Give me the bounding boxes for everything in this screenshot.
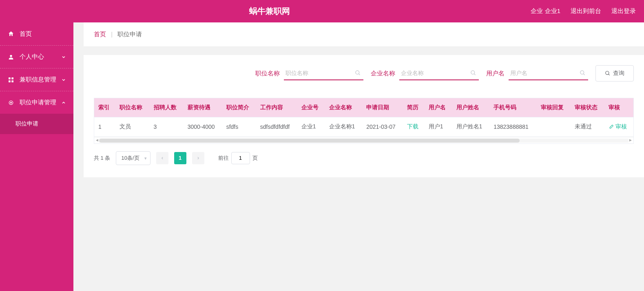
search-icon bbox=[470, 70, 476, 76]
cell-apply-date: 2021-03-07 bbox=[362, 117, 403, 137]
search-input-company[interactable] bbox=[399, 66, 479, 79]
sidebar: 首页 个人中心 兼职信息管理 职位申请管理 bbox=[0, 22, 73, 291]
col-position-name: 职位名称 bbox=[115, 98, 149, 117]
svg-point-9 bbox=[471, 71, 475, 74]
cell-company-no: 企业1 bbox=[297, 117, 325, 137]
svg-rect-1 bbox=[9, 77, 11, 79]
col-apply-date: 申请日期 bbox=[362, 98, 403, 117]
download-link[interactable]: 下载 bbox=[407, 123, 418, 130]
table-header-row: 索引 职位名称 招聘人数 薪资待遇 职位简介 工作内容 企业号 企业名称 申请日… bbox=[94, 98, 633, 117]
cell-review-status: 未通过 bbox=[571, 117, 604, 137]
page-size-select[interactable]: 10条/页 ▾ bbox=[116, 151, 150, 165]
cell-content: sdfsdfdfdfdf bbox=[256, 117, 297, 137]
svg-line-12 bbox=[583, 74, 584, 75]
col-review-status: 审核状态 bbox=[571, 98, 604, 117]
scroll-left-icon: ◄ bbox=[95, 138, 99, 142]
cell-username: 用户1 bbox=[425, 117, 452, 137]
horizontal-scrollbar[interactable]: ◄ ► bbox=[94, 137, 633, 143]
table-row[interactable]: 1 文员 3 3000-4000 sfdfs sdfsdfdfdfdf 企业1 … bbox=[94, 117, 633, 137]
sidebar-item-label: 兼职信息管理 bbox=[20, 76, 56, 84]
user-icon bbox=[7, 53, 15, 61]
edit-icon bbox=[609, 124, 614, 130]
search-group-position: 职位名称 bbox=[255, 66, 363, 80]
page-number[interactable]: 1 bbox=[174, 152, 186, 164]
cell-headcount: 3 bbox=[150, 117, 184, 137]
scroll-thumb[interactable] bbox=[99, 139, 520, 143]
svg-line-14 bbox=[609, 74, 610, 75]
col-company-name: 企业名称 bbox=[325, 98, 363, 117]
app-title: 蜗牛兼职网 bbox=[8, 6, 531, 17]
svg-line-10 bbox=[474, 74, 475, 75]
chevron-down-icon bbox=[61, 55, 66, 60]
col-resume: 简历 bbox=[403, 98, 424, 117]
page-jump-input[interactable] bbox=[231, 152, 250, 164]
gear-icon bbox=[7, 99, 15, 106]
col-headcount: 招聘人数 bbox=[150, 98, 184, 117]
page-jump-prefix: 前往 bbox=[218, 154, 229, 162]
sidebar-item-parttime-manage[interactable]: 兼职信息管理 bbox=[0, 68, 73, 91]
cell-salary: 3000-4000 bbox=[184, 117, 222, 137]
query-button-label: 查询 bbox=[613, 70, 624, 77]
grid-icon bbox=[7, 76, 15, 84]
sidebar-item-label: 首页 bbox=[20, 30, 32, 38]
prev-page-button[interactable] bbox=[156, 152, 168, 164]
svg-rect-2 bbox=[11, 77, 13, 79]
search-bar: 职位名称 企业名称 bbox=[94, 65, 634, 82]
top-header: 蜗牛兼职网 企业 企业1 退出到前台 退出登录 bbox=[0, 0, 644, 22]
logout-front-link[interactable]: 退出到前台 bbox=[571, 7, 601, 15]
search-label: 职位名称 bbox=[255, 70, 280, 77]
search-icon bbox=[355, 70, 361, 76]
scroll-right-icon: ► bbox=[629, 138, 633, 142]
breadcrumb-separator: | bbox=[111, 31, 113, 37]
search-label: 企业名称 bbox=[371, 70, 395, 77]
cell-review-action: 审核 bbox=[604, 117, 633, 137]
svg-rect-4 bbox=[11, 80, 13, 82]
search-group-username: 用户名 bbox=[486, 66, 588, 80]
search-icon bbox=[605, 71, 611, 76]
col-company-no: 企业号 bbox=[297, 98, 325, 117]
col-realname: 用户姓名 bbox=[452, 98, 490, 117]
search-label: 用户名 bbox=[486, 70, 505, 77]
col-phone: 手机号码 bbox=[489, 98, 537, 117]
header-user[interactable]: 企业 企业1 bbox=[531, 7, 560, 15]
review-button[interactable]: 审核 bbox=[609, 123, 627, 130]
col-review-action: 审核 bbox=[604, 98, 633, 117]
cell-resume: 下载 bbox=[403, 117, 424, 137]
col-content: 工作内容 bbox=[256, 98, 297, 117]
pagination: 共 1 条 10条/页 ▾ 1 前往 页 bbox=[94, 151, 634, 165]
main-content: 首页 | 职位申请 职位名称 企业名称 bbox=[73, 22, 644, 291]
chevron-down-icon: ▾ bbox=[144, 155, 147, 161]
query-button[interactable]: 查询 bbox=[595, 65, 634, 82]
sidebar-item-application-manage[interactable]: 职位申请管理 bbox=[0, 91, 73, 114]
pagination-total: 共 1 条 bbox=[94, 154, 110, 162]
col-index: 索引 bbox=[94, 98, 115, 117]
svg-point-13 bbox=[606, 71, 609, 75]
sidebar-subitem-label: 职位申请 bbox=[15, 120, 38, 128]
sidebar-item-label: 职位申请管理 bbox=[20, 99, 56, 106]
sidebar-item-label: 个人中心 bbox=[20, 53, 44, 61]
next-page-button[interactable] bbox=[192, 152, 204, 164]
search-input-position[interactable] bbox=[284, 66, 363, 79]
content-card: 职位名称 企业名称 bbox=[84, 55, 644, 177]
col-intro: 职位简介 bbox=[222, 98, 256, 117]
svg-line-8 bbox=[359, 74, 360, 75]
search-input-username[interactable] bbox=[509, 66, 588, 79]
cell-phone: 13823888881 bbox=[489, 117, 537, 137]
page-jump: 前往 页 bbox=[218, 152, 258, 164]
breadcrumb-home[interactable]: 首页 bbox=[94, 31, 106, 37]
svg-rect-3 bbox=[9, 80, 11, 82]
col-salary: 薪资待遇 bbox=[184, 98, 222, 117]
cell-realname: 用户姓名1 bbox=[452, 117, 490, 137]
review-button-label: 审核 bbox=[615, 123, 627, 130]
table-container: 索引 职位名称 招聘人数 薪资待遇 职位简介 工作内容 企业号 企业名称 申请日… bbox=[94, 98, 634, 144]
cell-index: 1 bbox=[94, 117, 115, 137]
header-actions: 企业 企业1 退出到前台 退出登录 bbox=[531, 7, 636, 15]
sidebar-item-home[interactable]: 首页 bbox=[0, 22, 73, 45]
logout-link[interactable]: 退出登录 bbox=[611, 7, 636, 15]
page-size-label: 10条/页 bbox=[121, 155, 139, 161]
cell-intro: sfdfs bbox=[222, 117, 256, 137]
home-icon bbox=[7, 30, 15, 37]
breadcrumb-current: 职位申请 bbox=[117, 31, 142, 37]
sidebar-subitem-application[interactable]: 职位申请 bbox=[0, 114, 73, 134]
sidebar-item-profile[interactable]: 个人中心 bbox=[0, 45, 73, 68]
